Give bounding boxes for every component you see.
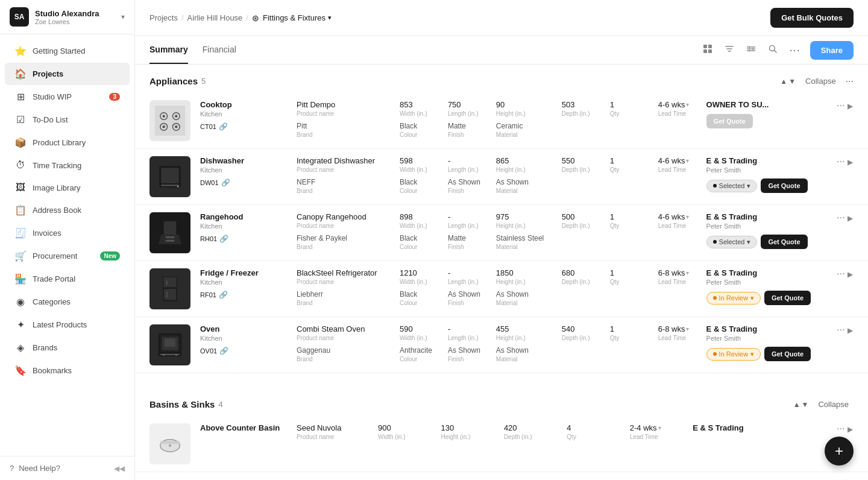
sort-button[interactable] [722,42,737,58]
sidebar: SA Studio Alexandra Zoe Lowres ▾ ⭐ Getti… [0,0,135,480]
sidebar-footer[interactable]: ? Need Help? ◀◀ [0,456,134,480]
cooktop-finish-label: Finish [448,131,486,138]
rangehood-expand-button[interactable]: ▶ [848,214,853,223]
share-button[interactable]: Share [810,41,854,60]
basins-up-button[interactable]: ▲ [793,400,800,409]
table-view-button[interactable] [700,42,715,58]
sidebar-item-address-book[interactable]: 📋 Address Book [5,199,130,221]
rangehood-more-button[interactable]: ··· [837,212,844,223]
basin-expand-button[interactable]: ▶ [848,425,853,434]
appliances-up-button[interactable]: ▲ [780,77,787,86]
sidebar-item-getting-started[interactable]: ⭐ Getting Started [5,40,130,62]
status-chevron-icon: ▾ [750,350,754,358]
sidebar-item-time-tracking[interactable]: ⏱ Time Tracking [5,154,130,176]
fridge-more-button[interactable]: ··· [837,268,844,279]
oven-expand-button[interactable]: ▶ [848,326,853,335]
fridge-supplier-cell: E & S Trading Peter Smith In Review ▾ Ge… [702,261,832,317]
basins-collapse-button[interactable]: Collapse [813,397,854,411]
dishwasher-link-icon[interactable]: 🔗 [221,178,230,187]
oven-get-quote-button[interactable]: Get Quote [764,347,811,361]
sidebar-item-latest-products[interactable]: ✦ Latest Products [5,314,130,336]
basin-more-button[interactable]: ··· [837,423,844,434]
fridge-link-icon[interactable]: 🔗 [219,291,228,299]
sidebar-item-categories[interactable]: ◉ Categories [5,291,130,313]
sidebar-item-brands[interactable]: ◈ Brands [5,336,130,359]
dishwasher-expand-button[interactable]: ▶ [848,158,853,166]
dishwasher-colour: Black [400,178,438,186]
basins-down-button[interactable]: ▼ [802,400,809,409]
oven-status-badge[interactable]: In Review ▾ [706,348,761,361]
tab-summary[interactable]: Summary [149,36,188,64]
bulk-quotes-button[interactable]: Get Bulk Quotes [770,8,854,28]
fridge-info-cell: Fridge / Freezer Kitchen RF01 🔗 [195,261,292,317]
table-row: Dishwasher Kitchen DW01 🔗 Integrated Dis… [135,149,868,205]
lead-time-chevron-icon[interactable]: ▾ [686,101,689,108]
oven-lead-wrapper: 6-8 wks ▾ [658,324,697,333]
cooktop-supplier: OWNER TO SU... [706,100,827,109]
oven-category: Kitchen [200,335,287,342]
svg-rect-32 [166,240,175,242]
lead-time-chevron-icon[interactable]: ▾ [658,425,661,431]
basin-image-cell [135,416,195,472]
fridge-qty-cell: 1 Qty [605,261,653,317]
fridge-expand-button[interactable]: ▶ [848,270,853,279]
dishwasher-width-cell: 598 Width (in.) Black Colour [395,149,443,205]
cooktop-more-button[interactable]: ··· [837,100,844,111]
fridge-svg [155,274,185,304]
oven-finish: As Shown [448,346,486,355]
dishwasher-status-badge[interactable]: Selected ▾ [706,180,758,192]
sidebar-item-trade-portal[interactable]: 🏪 Trade Portal [5,268,130,290]
sidebar-collapse-icon[interactable]: ◀◀ [114,464,125,473]
dishwasher-more-button[interactable]: ··· [837,156,844,167]
appliances-more-button[interactable]: ··· [846,76,854,87]
appliances-down-button[interactable]: ▼ [788,77,796,86]
lead-time-chevron-icon[interactable]: ▾ [686,213,689,220]
oven-product-name-label: Product name [297,335,390,341]
sidebar-item-invoices[interactable]: 🧾 Invoices [5,222,130,244]
oven-more-button[interactable]: ··· [837,324,844,335]
oven-height-label: Height (in.) [496,335,552,341]
sidebar-item-product-library[interactable]: 📦 Product Library [5,131,130,154]
rangehood-get-quote-button[interactable]: Get Quote [761,235,807,249]
breadcrumb-current[interactable]: ⊛ Fittings & Fixtures ▾ [252,13,332,23]
tab-financial[interactable]: Financial [203,36,236,64]
rangehood-status-badge[interactable]: Selected ▾ [706,236,758,248]
fridge-category: Kitchen [200,279,287,286]
dishwasher-get-quote-button[interactable]: Get Quote [761,178,807,193]
fridge-get-quote-button[interactable]: Get Quote [764,291,811,305]
rangehood-link-icon[interactable]: 🔗 [219,235,228,243]
fridge-product-name-cell: BlackSteel Refrigerator Product name Lie… [292,261,395,317]
cooktop-info-cell: Cooktop Kitchen CT01 🔗 [195,93,292,149]
fridge-status-badge[interactable]: In Review ▾ [706,292,761,305]
lead-time-chevron-icon[interactable]: ▾ [686,326,689,332]
dishwasher-height-cell: 865 Height (in.) As Shown Material [491,149,557,205]
add-item-fab[interactable]: + [825,437,854,466]
dishwasher-product-name-cell: Integrated Dishwasher Product name NEFF … [292,149,395,205]
breadcrumb-airlie[interactable]: Airlie Hill House [187,13,243,22]
sidebar-item-procurement[interactable]: 🛒 Procurement New [5,245,130,267]
fridge-colour-label: Colour [400,300,438,306]
filter-button[interactable] [744,42,758,58]
cooktop-expand-button[interactable]: ▶ [848,102,853,110]
lead-time-chevron-icon[interactable]: ▾ [686,157,689,164]
rangehood-name: Rangehood [200,212,287,221]
sidebar-item-bookmarks[interactable]: 🔖 Bookmarks [5,359,130,382]
sidebar-item-projects[interactable]: 🏠 Projects [5,63,130,85]
cooktop-get-quote-button[interactable]: Get Quote [706,114,753,128]
appliances-collapse-button[interactable]: Collapse [800,74,841,88]
sidebar-item-label: Categories [33,297,71,306]
breadcrumb-projects[interactable]: Projects [149,13,178,22]
sidebar-header[interactable]: SA Studio Alexandra Zoe Lowres ▾ [0,0,134,34]
cooktop-link-icon[interactable]: 🔗 [219,122,228,131]
cooktop-row-actions: ··· ▶ [832,93,868,149]
sidebar-item-studio-wip[interactable]: ⊞ Studio WIP 3 [5,86,130,108]
oven-link-icon[interactable]: 🔗 [219,347,228,355]
dishwasher-depth-label: Depth (in.) [562,166,600,173]
more-actions-button[interactable]: ··· [787,42,803,59]
search-button[interactable] [766,42,780,58]
oven-height: 455 [496,324,552,333]
sidebar-item-label: Brands [33,343,57,352]
sidebar-item-image-library[interactable]: 🖼 Image Library [5,177,130,198]
lead-time-chevron-icon[interactable]: ▾ [686,270,689,276]
sidebar-item-todo-list[interactable]: ☑ To-Do List [5,109,130,131]
